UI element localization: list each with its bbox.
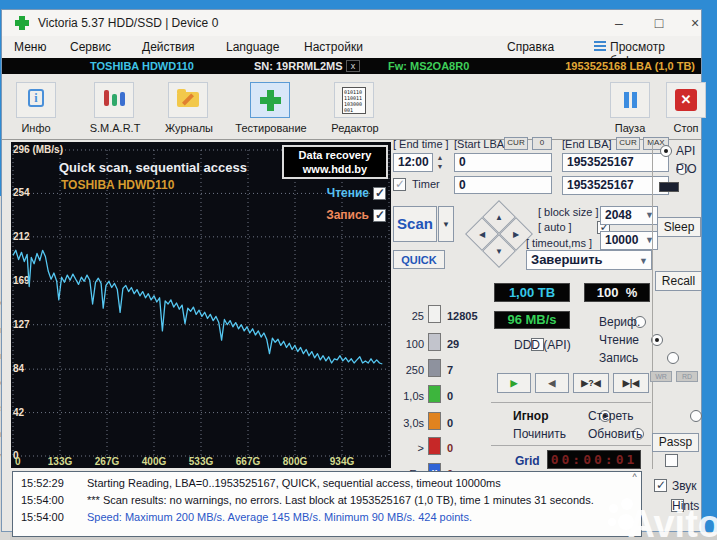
end-time-spinner[interactable]: ▲▼ [435, 153, 445, 172]
side-panel: API PIO Sleep Recall WR RD Passp [2, 10, 30, 28]
editor-button[interactable]: 010110110011103000001 [334, 82, 374, 118]
wr-button[interactable]: WR [650, 371, 672, 382]
pause-label: Пауза [600, 122, 660, 134]
after-action-dropdown[interactable]: Завершить▼ [526, 250, 652, 270]
passp-button[interactable]: Passp [652, 433, 699, 452]
editor-binary-icon: 010110110011103000001 [342, 87, 366, 114]
ddd-label: DDD (API) [514, 338, 571, 352]
start-lba-cur-button[interactable]: CUR [504, 137, 528, 150]
grid-checkbox[interactable] [665, 454, 678, 467]
latency-block-3s [428, 412, 441, 430]
scan-dropdown-arrow[interactable]: ▼ [438, 206, 454, 242]
log-area[interactable]: 15:52:29 Starting Reading, LBA=0..195352… [12, 471, 642, 537]
svg-text:212: 212 [13, 231, 30, 242]
graph-subtitle: TOSHIBA HDWD110 [61, 178, 174, 192]
stop-button[interactable]: ✕ [666, 82, 706, 118]
stop-icon: ✕ [675, 89, 697, 111]
device-bar-close-icon[interactable]: x [346, 60, 360, 72]
menu-item-menu[interactable]: Меню [14, 40, 46, 54]
pio-label: PIO [676, 162, 697, 176]
block-size-dropdown[interactable]: 2048▼ [600, 206, 658, 225]
menu-item-actions[interactable]: Действия [142, 40, 195, 54]
speed-graph: 296 (MB/s)254212169127844200133G267G400G… [11, 142, 391, 468]
logs-label: Журналы [154, 122, 224, 134]
legend-read-checkbox[interactable] [373, 187, 386, 200]
pause-button[interactable] [610, 82, 650, 118]
end-lba-cur-button[interactable]: CUR [616, 137, 640, 150]
write-label: Запись [599, 351, 638, 365]
device-info-bar: TOSHIBA HDWD110 SN: 19RRML2MS x Fw: MS2O… [2, 58, 701, 74]
timer-checkbox[interactable] [393, 178, 406, 191]
refresh-label: Обновить [588, 427, 642, 441]
back-button[interactable]: ◀ [535, 373, 569, 393]
stop-label: Стоп [658, 122, 714, 134]
svg-text:533G: 533G [189, 456, 214, 467]
buffer-view-icon [594, 41, 606, 52]
recall-button[interactable]: Recall [655, 271, 702, 291]
auto-label: [ auto ] [538, 221, 572, 233]
sleep-button[interactable]: Sleep [657, 217, 701, 237]
logs-button[interactable] [168, 82, 208, 118]
smart-button[interactable] [94, 82, 134, 118]
repair-label: Починить [513, 427, 566, 441]
svg-text:0: 0 [15, 456, 21, 467]
scan-button[interactable]: Scan [393, 206, 437, 242]
sound-checkbox[interactable] [654, 479, 667, 492]
menu-bar: Меню Сервис Действия Language Настройки … [2, 36, 701, 58]
timeout-dropdown[interactable]: 10000▼ [600, 231, 658, 250]
sound-label: Звук [672, 479, 697, 493]
menu-item-language[interactable]: Language [226, 40, 279, 54]
latency-block-max [428, 437, 441, 455]
desktop-strip-right [702, 0, 717, 532]
maximize-button[interactable]: □ [644, 13, 674, 33]
legend-read-label: Чтение [327, 186, 369, 200]
activity-indicator [659, 182, 679, 192]
step-end-button[interactable]: ▶|◀ [613, 373, 649, 393]
desktop-background: elp NG DGS ortt SB_ icto Victo Victoria … [0, 0, 717, 540]
rd-button[interactable]: RD [676, 371, 698, 382]
device-serial: SN: 19RRML2MS [254, 58, 343, 74]
svg-text:934G: 934G [330, 456, 355, 467]
start-lba-zero-button[interactable]: 0 [532, 137, 552, 150]
write-radio[interactable] [667, 352, 679, 364]
menu-item-service[interactable]: Сервис [70, 40, 111, 54]
svg-text:84: 84 [13, 363, 25, 374]
test-button[interactable] [250, 82, 290, 118]
legend-write-checkbox[interactable] [373, 209, 386, 222]
grid-checkbox-label: Grid [515, 454, 540, 468]
close-button[interactable]: × [680, 13, 710, 33]
percent-display: 100 % [584, 283, 650, 302]
menu-item-settings[interactable]: Настройки [304, 40, 363, 54]
test-label: Тестирование [226, 122, 316, 134]
device-model: TOSHIBA HDWD110 [90, 58, 194, 74]
read-label: Чтение [599, 333, 639, 347]
arrow-pad: ▲ ◀ ▶ ▼ [468, 204, 530, 266]
svg-text:127: 127 [13, 319, 30, 330]
svg-text:169: 169 [13, 275, 30, 286]
play-button[interactable]: ▶ [497, 373, 531, 393]
timer-input[interactable]: 0 [454, 176, 552, 194]
timer-label: Timer [412, 178, 440, 190]
erase-radio[interactable] [690, 410, 702, 422]
end-time-input[interactable]: 12:00 [393, 153, 433, 172]
menu-item-help[interactable]: Справка [507, 40, 554, 54]
smart-label: S.M.A.R.T [82, 122, 148, 134]
ignore-label: Игнор [513, 409, 549, 423]
info-label: Инфо [6, 122, 66, 134]
minimize-button[interactable]: – [604, 13, 634, 33]
api-label: API [676, 144, 695, 158]
start-lba-label: [Start LBA] [454, 138, 507, 150]
api-radio[interactable] [660, 145, 672, 157]
step-question-button[interactable]: ▶?◀ [573, 373, 609, 393]
desktop-strip-top [0, 0, 717, 9]
log-scroll-up-icon[interactable]: ^ [628, 472, 641, 485]
svg-text:667G: 667G [236, 456, 261, 467]
scanned-size-display: 1,00 TB [494, 283, 570, 302]
latency-block-100 [428, 333, 441, 351]
quick-button[interactable]: QUICK [393, 250, 445, 269]
svg-text:267G: 267G [95, 456, 120, 467]
svg-text:42: 42 [13, 407, 25, 418]
graph-title: Quick scan, sequential access [59, 160, 247, 175]
info-button[interactable]: i [16, 82, 56, 118]
start-lba-input[interactable]: 0 [454, 153, 552, 172]
